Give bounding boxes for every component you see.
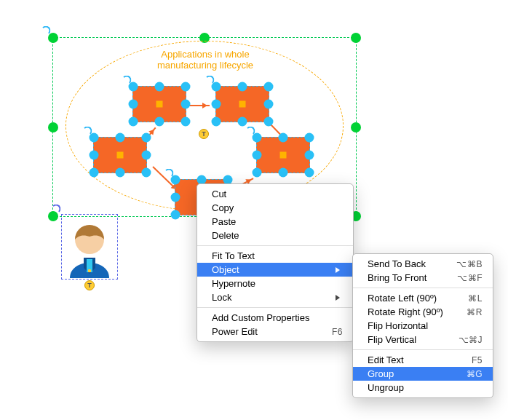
- menu-item-add-custom-properties[interactable]: Add Custom Properties: [197, 311, 353, 325]
- menu-item-bring-to-front[interactable]: Bring To Front⌥⌘F: [353, 271, 493, 285]
- ellipse-title: Applications in whole manufacturing life…: [140, 49, 271, 71]
- svg-point-1: [88, 269, 92, 273]
- menu-separator: [197, 245, 353, 246]
- process-node[interactable]: [93, 137, 147, 173]
- submenu-arrow-icon: [336, 295, 343, 301]
- menu-item-paste[interactable]: Paste: [197, 215, 353, 229]
- menu-separator: [353, 349, 493, 350]
- object-submenu: Send To Back⌥⌘B Bring To Front⌥⌘F Rotate…: [352, 253, 493, 398]
- menu-item-rotate-right[interactable]: Rotate Right (90º)⌘R: [353, 305, 493, 319]
- menu-item-group[interactable]: Group⌘G: [353, 367, 493, 381]
- menu-separator: [197, 307, 353, 308]
- context-menu: Cut Copy Paste Delete Fit To Text Object…: [197, 183, 354, 342]
- menu-item-ungroup[interactable]: Ungroup: [353, 381, 493, 395]
- menu-item-fit-to-text[interactable]: Fit To Text: [197, 249, 353, 263]
- user-avatar-icon: [63, 215, 116, 278]
- menu-item-edit-text[interactable]: Edit TextF5: [353, 353, 493, 367]
- menu-item-power-edit[interactable]: Power Edit F6: [197, 325, 353, 338]
- text-badge-icon: T: [199, 129, 209, 139]
- process-node[interactable]: [256, 137, 310, 173]
- text-badge-icon: T: [84, 280, 95, 290]
- menu-item-flip-horizontal[interactable]: Flip Horizontal: [353, 319, 493, 333]
- menu-item-lock[interactable]: Lock: [197, 290, 353, 304]
- process-node[interactable]: [132, 86, 186, 122]
- menu-item-object[interactable]: Object: [197, 263, 353, 277]
- submenu-arrow-icon: [336, 267, 343, 273]
- menu-item-flip-vertical[interactable]: Flip Vertical⌥⌘J: [353, 333, 493, 346]
- menu-item-hypernote[interactable]: Hypernote: [197, 277, 353, 290]
- menu-item-delete[interactable]: Delete: [197, 229, 353, 242]
- menu-item-send-to-back[interactable]: Send To Back⌥⌘B: [353, 257, 493, 271]
- menu-item-cut[interactable]: Cut: [197, 187, 353, 201]
- diagram-canvas[interactable]: Applications in whole manufacturing life…: [0, 0, 508, 420]
- menu-item-copy[interactable]: Copy: [197, 201, 353, 215]
- menu-separator: [353, 288, 493, 288]
- menu-item-rotate-left[interactable]: Rotate Left (90º)⌘L: [353, 291, 493, 305]
- process-node[interactable]: [215, 86, 269, 122]
